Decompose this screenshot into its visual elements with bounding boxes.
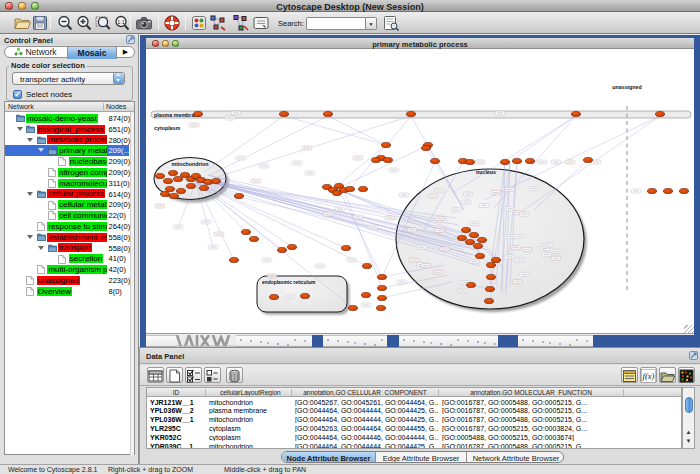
network-window-titlebar[interactable]: primary metabolic process (146, 38, 694, 49)
network-icon (14, 47, 23, 56)
tab-overflow-arrow-button[interactable]: ▶ (118, 46, 133, 58)
table-row-yjr121w__1[interactable]: YJR121W__1mitochondrion[GO:0045267, GO:0… (147, 398, 681, 407)
save-icon[interactable] (31, 14, 49, 32)
file-icon (26, 287, 35, 295)
tree-row-metabolic-process[interactable]: metabolic process280(0) (5, 135, 129, 146)
zoom-actual-size-icon[interactable]: 1:1 (113, 14, 131, 32)
expander-icon[interactable] (27, 235, 33, 239)
attribute-table: ID_cellularLayoutRegionannotation.GO CEL… (146, 387, 682, 449)
attribute-table-icon[interactable] (147, 367, 164, 383)
tree-row-count: 558(0) (109, 244, 131, 253)
float-panel-icon[interactable] (126, 35, 135, 44)
svg-text:f(x): f(x) (643, 371, 655, 381)
expander-icon[interactable] (27, 192, 33, 196)
app-titlebar: Cytoscape Desktop (New Session) (0, 0, 700, 12)
import-attributes-icon[interactable] (659, 367, 676, 383)
tree-row-primary-metabo[interactable]: primary metabo209(... (5, 145, 129, 156)
zoom-in-icon[interactable] (75, 14, 93, 32)
cell: [GO:0045267, GO:0045261, GO:0044464, G..… (292, 399, 439, 406)
tree-row-response-to-stimul[interactable]: response to stimul264(0) (5, 221, 129, 232)
float-panel-icon[interactable] (689, 351, 698, 360)
expander-icon[interactable] (38, 148, 44, 152)
cell: cytoplasm (206, 425, 292, 432)
tree-row-unassigned[interactable]: unassigned223(0) (5, 275, 129, 286)
function-builder-icon[interactable]: f(x) (640, 367, 657, 383)
tree-row-label: cellular process (47, 189, 105, 198)
select-nodes-checkbox[interactable]: ✓ (13, 90, 22, 99)
vizmapper-icon[interactable] (190, 14, 208, 32)
tree-row-nucleobase-[interactable]: nucleobase-209(0) (5, 156, 129, 167)
search-input[interactable] (306, 17, 366, 30)
table-row-ylr295c[interactable]: YLR295Ccytoplasm[GO:0045263, GO:0044464,… (147, 424, 681, 433)
tab-node-attribute-browser[interactable]: Node Attribute Browser (282, 452, 375, 463)
attribute-matrix-icon[interactable] (678, 367, 695, 383)
cell: [GO:0016787, GO:0005488, GO:0005215, G..… (439, 407, 624, 414)
cell: [GO:0016787, GO:0005488, GO:0005215, G..… (439, 399, 624, 406)
tree-row-count: 41(0) (109, 254, 127, 263)
expander-icon[interactable] (38, 246, 44, 250)
tab-edge-attribute-browser[interactable]: Edge Attribute Browser (375, 452, 466, 463)
file-icon (26, 276, 35, 284)
tree-row-secretion[interactable]: secretion41(0) (5, 253, 129, 264)
open-file-icon[interactable] (13, 14, 31, 32)
new-attribute-icon[interactable] (166, 367, 183, 383)
expander-icon[interactable] (17, 127, 23, 131)
table-row-ydr039c__1[interactable]: YDR039C__1mitochondrion[GO:0044464, GO:0… (147, 442, 681, 449)
tree-row-multi-organism-pro[interactable]: multi-organism pro42(0) (5, 264, 129, 275)
column-header[interactable]: _cellularLayoutRegion (206, 389, 292, 396)
node-color-attribute-select[interactable]: transporter activity (12, 72, 125, 85)
window-resize-grip[interactable] (684, 325, 694, 334)
tree-row-count: 311(0) (109, 179, 130, 188)
table-row-ykr052c[interactable]: YKR052Ccytoplasm[GO:0044464, GO:0044446,… (147, 433, 681, 442)
folder-icon (37, 136, 46, 144)
tree-row-mosaic-demo-yeast[interactable]: mosaic-demo-yeast874(0) (5, 113, 129, 124)
delete-attribute-icon[interactable] (226, 367, 243, 383)
advanced-search-icon[interactable] (382, 14, 400, 32)
attribute-list-icon[interactable] (621, 367, 638, 383)
background-window-edge (498, 335, 518, 347)
tree-row-transport[interactable]: transport558(0) (5, 243, 129, 254)
graphics-snapshot-icon[interactable] (135, 14, 153, 32)
tab-network-attribute-browser[interactable]: Network Attribute Browser (466, 452, 564, 463)
tab-mosaic[interactable]: Mosaic (67, 47, 117, 59)
unselect-attributes-icon[interactable] (204, 367, 221, 383)
unassigned-label: unassigned (612, 84, 641, 90)
tree-row-cellular-process[interactable]: cellular process614(0) (5, 189, 129, 200)
tab-network[interactable]: Network (4, 46, 67, 58)
select-attributes-icon[interactable] (185, 367, 202, 383)
layout-network-b-icon[interactable] (232, 14, 250, 32)
expander-icon[interactable] (27, 138, 33, 142)
annotation-icon[interactable] (252, 14, 270, 32)
tree-row-biological-process[interactable]: biological_process651(0) (5, 124, 129, 135)
table-row-ypl036w__1[interactable]: YPL036W__1mitochondrion[GO:0044464, GO:0… (147, 416, 681, 425)
tree-row-cellular-metabo[interactable]: cellular metabo209(0) (5, 199, 129, 210)
tree-row-overview[interactable]: Overview8(0) (5, 286, 129, 297)
scrollbar-thumb[interactable] (685, 397, 693, 413)
help-lifebuoy-icon[interactable] (163, 14, 181, 32)
tree-row-macromolecule[interactable]: macromolecule311(0) (5, 178, 129, 189)
scrollbar-arrows[interactable]: ▲▼ (683, 428, 694, 448)
network-window-border (694, 35, 700, 335)
cell: mitochondrion (206, 443, 292, 449)
background-window-sliver (323, 335, 387, 347)
zoom-out-icon[interactable] (56, 14, 74, 32)
layout-network-a-icon[interactable] (209, 14, 227, 32)
tree-row-cell-communicat[interactable]: cell communicat22(0) (5, 210, 129, 221)
data-panel-toolbar: f(x) (140, 365, 700, 386)
tree-vertical-scrollbar[interactable] (130, 112, 134, 455)
column-header[interactable]: ID (147, 389, 206, 396)
tree-row-count: 223(0) (109, 276, 131, 285)
cell: cytoplasm (206, 434, 292, 441)
table-vertical-scrollbar[interactable]: ▲▼ (682, 387, 695, 449)
tree-row-nitrogen-compo[interactable]: nitrogen compo209(0) (5, 167, 129, 178)
table-row-ypl036w__2[interactable]: YPL036W__2plasma membrane[GO:0044464, GO… (147, 407, 681, 416)
tree-row-label: response to stimul (47, 222, 107, 231)
column-header[interactable]: annotation.GO MOLECULAR_FUNCTION (439, 389, 624, 396)
zoom-selected-region-icon[interactable] (94, 14, 112, 32)
tree-row-establishment-of-lo[interactable]: establishment of lo558(0) (5, 232, 129, 243)
search-dropdown-button[interactable]: ▼ (366, 17, 377, 30)
column-header[interactable]: annotation.GO CELLULAR_COMPONENT (292, 389, 439, 396)
network-view-canvas[interactable]: plasma membranecytoplasmmitochondrionnuc… (146, 49, 694, 334)
data-panel-header: Data Panel (140, 348, 700, 364)
cell: mitochondrion (206, 416, 292, 423)
